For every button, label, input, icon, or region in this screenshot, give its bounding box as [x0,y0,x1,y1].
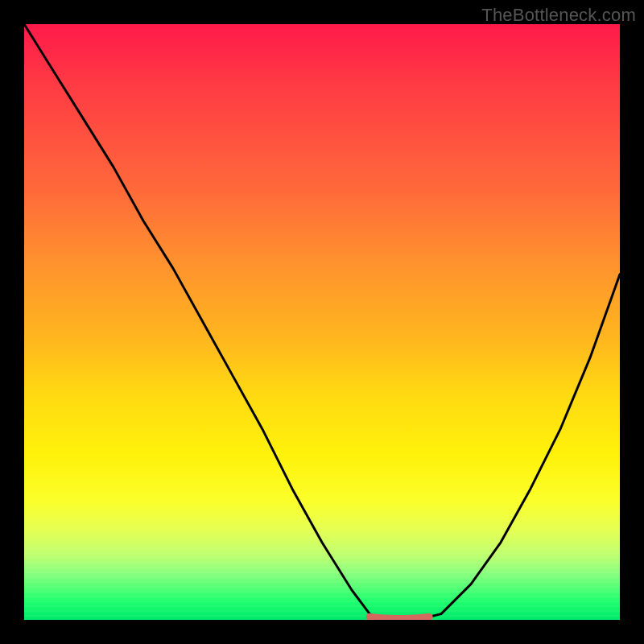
bottleneck-curve-path [24,24,620,620]
minimum-highlight-path [369,617,429,618]
chart-frame: TheBottleneck.com [0,0,644,644]
plot-area [24,24,620,620]
bottleneck-curve-svg [24,24,620,620]
watermark-text: TheBottleneck.com [481,5,636,26]
